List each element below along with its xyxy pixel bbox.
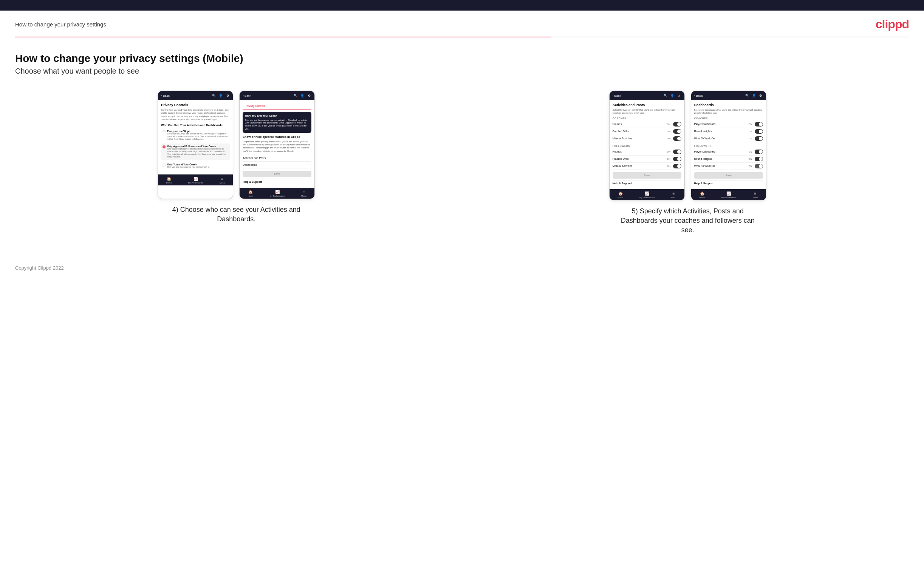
nav-menu-2[interactable]: ≡ Menu	[301, 190, 307, 197]
activities-posts-desc: Select the types of activity that you'd …	[612, 108, 682, 115]
radio-coach-only[interactable]: Only You and Your Coach Only you and the…	[161, 162, 230, 170]
back-button-1[interactable]: ‹ Back	[161, 94, 169, 97]
toggle-right-fpd[interactable]: ON	[749, 150, 763, 154]
bottom-nav-1: 🏠 Home 📈 My Performance ≡ Menu	[158, 174, 233, 185]
nav-home-4[interactable]: 🏠 Home	[699, 192, 705, 198]
followers-label-3: FOLLOWERS	[612, 145, 682, 147]
toggle-switch-fpd[interactable]	[755, 150, 763, 154]
toggle-right-fww[interactable]: ON	[749, 164, 763, 168]
settings-icon[interactable]: ⚙	[225, 93, 230, 98]
coaches-drills-label: Practice Drills	[612, 130, 629, 132]
toggle-right-fri[interactable]: ON	[749, 157, 763, 161]
toggle-switch-cww[interactable]	[755, 136, 763, 141]
screen-nav-1: ‹ Back 🔍 👤 ⚙	[158, 91, 233, 100]
search-icon-4[interactable]: 🔍	[745, 93, 750, 98]
settings-icon-2[interactable]: ⚙	[307, 93, 312, 98]
toggle-right-followers-rounds[interactable]: ON	[667, 150, 682, 154]
nav-performance-3[interactable]: 📈 My Performance	[640, 192, 654, 198]
save-button-2[interactable]: Save	[242, 171, 312, 177]
toggle-right-coaches-drills[interactable]: ON	[667, 129, 682, 134]
home-label-4: Home	[699, 197, 705, 198]
toggle-right-cpd[interactable]: ON	[749, 122, 763, 126]
toggle-switch-cri[interactable]	[755, 129, 763, 134]
search-icon[interactable]: 🔍	[212, 93, 216, 98]
toggle-right-coaches-rounds[interactable]: ON	[667, 122, 682, 126]
followers-what-work-label: What To Work On	[694, 164, 715, 167]
save-button-3[interactable]: Save	[612, 172, 682, 179]
tooltip-title: Only You and Your Coach	[245, 114, 309, 118]
toggle-switch-cr[interactable]	[673, 122, 682, 126]
screen-pair-2: ‹ Back 🔍 👤 ⚙ Activities and Posts Select…	[467, 90, 909, 200]
back-label-1: Back	[163, 94, 170, 97]
nav-performance-2[interactable]: 📈 My Performance	[270, 190, 285, 197]
nav-menu-3[interactable]: ≡ Menu	[671, 192, 676, 198]
radio-circle-followers	[163, 145, 166, 148]
menu-icon-3: ≡	[672, 192, 675, 196]
performance-icon-3: 📈	[645, 192, 649, 196]
toggle-switch-cd[interactable]	[673, 129, 682, 134]
help-support-2: Help & Support	[242, 179, 312, 185]
on-label-fww: ON	[749, 165, 752, 167]
toggle-switch-fr[interactable]	[673, 150, 682, 154]
user-icon-2[interactable]: 👤	[300, 93, 305, 98]
nav-icons-4: 🔍 👤 ⚙	[745, 93, 763, 98]
radio-desc-everyone: Everyone on Clippd can search for you an…	[167, 132, 228, 140]
toggle-right-cww[interactable]: ON	[749, 136, 763, 141]
menu-label-4: Menu	[753, 197, 758, 198]
radio-everyone[interactable]: Everyone on Clippd Everyone on Clippd ca…	[161, 128, 230, 142]
followers-label-4: FOLLOWERS	[694, 145, 763, 147]
search-icon-3[interactable]: 🔍	[663, 93, 668, 98]
toggle-coaches-rounds: Rounds ON	[612, 121, 682, 128]
toggle-switch-fd[interactable]	[673, 157, 682, 161]
user-icon-4[interactable]: 👤	[752, 93, 756, 98]
back-label-3: Back	[614, 94, 621, 97]
tab-privacy-controls[interactable]: Privacy Controls	[242, 103, 268, 110]
toggle-right-followers-drills[interactable]: ON	[667, 157, 682, 161]
back-button-4[interactable]: ‹ Back	[694, 94, 703, 97]
radio-followers[interactable]: Only Approved Followers and Your Coach O…	[161, 143, 230, 160]
nav-home-1[interactable]: 🏠 Home	[166, 177, 172, 184]
toggle-switch-fri[interactable]	[755, 157, 763, 161]
toggle-right-coaches-manual[interactable]: ON	[667, 136, 682, 141]
home-label-3: Home	[617, 197, 623, 198]
privacy-controls-title: Privacy Controls	[161, 103, 230, 107]
nav-performance-4[interactable]: 📈 My Performance	[721, 192, 736, 198]
performance-label-3: My Performance	[640, 197, 654, 198]
save-button-4[interactable]: Save	[694, 172, 763, 179]
chevron-left-icon: ‹	[161, 94, 162, 97]
toggle-switch-cm[interactable]	[673, 136, 682, 141]
chevron-right-dashboards: ›	[311, 163, 312, 166]
toggle-followers-manual: Manual Activities ON	[612, 163, 682, 170]
on-label-fri: ON	[749, 158, 752, 160]
radio-content-everyone: Everyone on Clippd Everyone on Clippd ca…	[167, 130, 228, 140]
toggle-switch-fm[interactable]	[673, 164, 682, 168]
feature-activities-posts[interactable]: Activities and Posts ›	[242, 155, 312, 162]
chevron-left-icon-3: ‹	[612, 94, 614, 97]
nav-home-2[interactable]: 🏠 Home	[248, 190, 254, 197]
search-icon-2[interactable]: 🔍	[293, 93, 298, 98]
settings-icon-4[interactable]: ⚙	[758, 93, 763, 98]
nav-home-3[interactable]: 🏠 Home	[617, 192, 623, 198]
back-button-2[interactable]: ‹ Back	[242, 94, 251, 97]
page-subheading: Choose what you want people to see	[15, 67, 909, 76]
nav-menu-1[interactable]: ≡ Menu	[220, 177, 225, 184]
bottom-nav-2: 🏠 Home 📈 My Performance ≡ Menu	[240, 188, 314, 198]
toggle-right-followers-manual[interactable]: ON	[667, 164, 682, 168]
on-label-fm: ON	[667, 165, 670, 167]
user-icon[interactable]: 👤	[218, 93, 223, 98]
menu-label-3: Menu	[671, 197, 676, 198]
back-button-3[interactable]: ‹ Back	[612, 94, 621, 97]
settings-icon-3[interactable]: ⚙	[677, 93, 682, 98]
nav-menu-4[interactable]: ≡ Menu	[753, 192, 758, 198]
toggle-switch-fww[interactable]	[755, 164, 763, 168]
toggle-right-cri[interactable]: ON	[749, 129, 763, 134]
screen-group-1: ‹ Back 🔍 👤 ⚙ Privacy Controls Control ho…	[15, 90, 458, 224]
nav-performance-1[interactable]: 📈 My Performance	[188, 177, 203, 184]
caption-4: 4) Choose who can see your Activities an…	[165, 205, 308, 224]
performance-label-2: My Performance	[270, 195, 285, 197]
user-icon-3[interactable]: 👤	[670, 93, 675, 98]
followers-rounds-label: Rounds	[612, 150, 622, 153]
toggle-switch-cpd[interactable]	[755, 122, 763, 126]
feature-dashboards[interactable]: Dashboards ›	[242, 162, 312, 168]
screen-nav-2: ‹ Back 🔍 👤 ⚙	[240, 91, 314, 100]
